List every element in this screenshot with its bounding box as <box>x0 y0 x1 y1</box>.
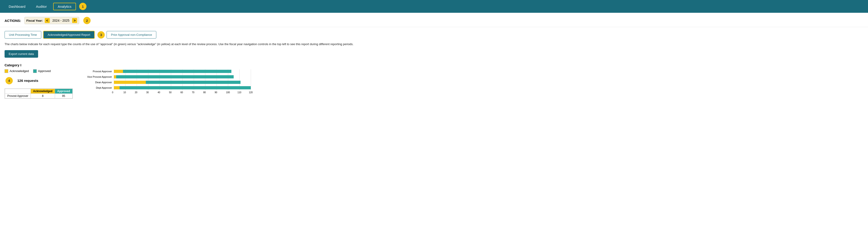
x-tick: 0 <box>112 91 114 94</box>
bar-approved <box>116 75 234 78</box>
nav-auditor[interactable]: Auditor <box>32 3 51 10</box>
legend-acknowledged-label: Acknowledged <box>9 69 29 73</box>
fiscal-year-prev-button[interactable]: < <box>45 18 50 23</box>
x-tick: 20 <box>135 91 137 94</box>
bar-acknowledged <box>114 86 120 89</box>
x-tick: 120 <box>249 91 253 94</box>
legend-approved-icon <box>33 69 37 73</box>
bar-approved <box>123 70 231 73</box>
tab-prior-approval[interactable]: Prior Approval non-Compliance <box>106 31 156 38</box>
x-tick: 10 <box>123 91 126 94</box>
bar-acknowledged <box>114 70 123 73</box>
chart-area: Provost ApproverVice Provost ApproverDea… <box>114 69 251 96</box>
bar-label: Provost Approver <box>82 69 114 73</box>
bar-row: Dept Approver <box>114 86 251 90</box>
x-tick: 80 <box>203 91 206 94</box>
fiscal-year-control: Fiscal Year: < 2024 - 2025 > <box>24 17 80 24</box>
fiscal-year-next-button[interactable]: > <box>72 18 77 23</box>
grid-line <box>251 69 251 90</box>
bar-row: Provost Approver <box>114 69 251 73</box>
x-tick: 90 <box>215 91 217 94</box>
bar-chart-wrap: Provost ApproverVice Provost ApproverDea… <box>82 69 863 103</box>
chart-legend: Acknowledged Approved <box>5 69 73 73</box>
summary-col-acknowledged: Acknowledged <box>31 89 55 94</box>
bar-label: Dean Approver <box>82 80 114 84</box>
chart-section: Category I Acknowledged Approved 4 126 r… <box>0 61 868 107</box>
x-tick: 70 <box>192 91 194 94</box>
bar-approved <box>120 86 251 89</box>
bar-acknowledged <box>114 75 116 78</box>
nav-analytics[interactable]: Analytics <box>53 3 76 10</box>
x-tick: 30 <box>146 91 149 94</box>
summary-row-appr: 95 <box>55 94 72 98</box>
tab-acknowledged-approved[interactable]: Acknowledged/Approved Report <box>43 31 95 39</box>
summary-table: Acknowledged Approved Provost Approver 8… <box>5 89 73 99</box>
category-title: Category I <box>5 63 863 67</box>
bar-label: Vice Provost Approver <box>82 75 114 79</box>
bar-acknowledged <box>114 81 146 84</box>
tab-unit-processing-time[interactable]: Unit Processing Time <box>5 31 41 38</box>
x-tick: 60 <box>181 91 183 94</box>
step-badge-2: 2 <box>83 17 91 24</box>
tabs-row: Unit Processing Time Acknowledged/Approv… <box>0 27 868 39</box>
fiscal-year-value: 2024 - 2025 <box>51 19 71 22</box>
summary-row: Provost Approver 8 95 <box>5 94 72 98</box>
summary-col-label <box>5 89 31 94</box>
x-tick: 110 <box>238 91 241 94</box>
report-description: The charts below indicate for each reque… <box>0 39 868 48</box>
legend-approved: Approved <box>33 69 51 73</box>
x-tick: 40 <box>158 91 160 94</box>
bar-row: Vice Provost Approver <box>114 75 251 79</box>
summary-col-approved: Approved <box>55 89 72 94</box>
step-badge-1: 1 <box>79 3 87 10</box>
legend-acknowledged-icon <box>5 69 8 73</box>
step-badge-4: 4 <box>5 77 13 84</box>
step-badge-3: 3 <box>97 31 105 38</box>
nav-bar: Dashboard Auditor Analytics 1 <box>0 0 868 13</box>
actions-bar: ACTIONS: Fiscal Year: < 2024 - 2025 > 2 <box>0 13 868 27</box>
requests-count: 126 requests <box>17 79 38 83</box>
x-axis: 0102030405060708090100110120 <box>114 91 251 96</box>
legend-acknowledged: Acknowledged <box>5 69 29 73</box>
actions-label: ACTIONS: <box>5 19 21 23</box>
bar-approved <box>146 81 241 84</box>
nav-dashboard[interactable]: Dashboard <box>5 3 29 10</box>
summary-row-label: Provost Approver <box>5 94 31 98</box>
bar-label: Dept Approver <box>82 86 114 90</box>
x-tick: 50 <box>169 91 172 94</box>
summary-row-ack: 8 <box>31 94 55 98</box>
export-button[interactable]: Export current data <box>5 50 38 58</box>
bar-chart: Provost ApproverVice Provost ApproverDea… <box>82 69 863 103</box>
bar-row: Dean Approver <box>114 80 251 84</box>
legend-approved-label: Approved <box>38 69 51 73</box>
fiscal-year-label: Fiscal Year: <box>27 19 43 22</box>
x-tick: 100 <box>226 91 230 94</box>
